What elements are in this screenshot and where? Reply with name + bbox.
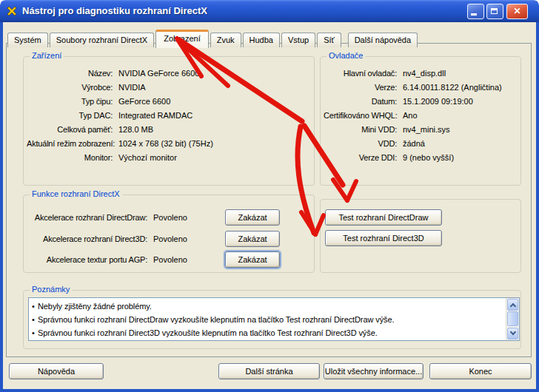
- device-row: Typ DAC:Integrated RAMDAC: [27, 108, 213, 122]
- bullet-icon: •: [29, 315, 38, 324]
- device-row-value: NVIDIA: [118, 83, 146, 92]
- next-page-button[interactable]: Další stránka: [218, 363, 320, 379]
- window-border-bottom: [0, 389, 539, 392]
- driver-row-value: Ano: [403, 111, 418, 120]
- feature-label: Akcelerace textur portu AGP:: [28, 255, 147, 264]
- tab-display[interactable]: Zobrazení: [155, 30, 209, 48]
- maximize-icon: [491, 8, 498, 14]
- driver-row-value: nv4_disp.dll: [403, 69, 446, 78]
- driver-row-label: Hlavní ovladač:: [324, 69, 397, 78]
- drivers-groupbox: Ovladače Hlavní ovladač:nv4_disp.dll Ver…: [320, 56, 521, 186]
- drivers-rows: Hlavní ovladač:nv4_disp.dll Verze:6.14.0…: [324, 66, 502, 164]
- device-row-label: Název:: [27, 69, 113, 78]
- titlebar: Nástroj pro diagnostiku rozhraní DirectX…: [0, 0, 539, 22]
- device-row-label: Monitor:: [27, 153, 113, 162]
- driver-row-value: žádná: [403, 139, 425, 148]
- scroll-thumb[interactable]: [507, 311, 518, 326]
- note-item: •Správnou funkci rozhraní Direct3D vyzko…: [29, 326, 519, 339]
- directx-features-title: Funkce rozhraní DirectX: [30, 189, 122, 198]
- device-row: Typ čipu:GeForce 6600: [27, 94, 213, 108]
- driver-row-label: Verze DDI:: [324, 153, 397, 162]
- feature-label: Akcelerace rozhraní Direct3D:: [28, 234, 147, 243]
- driver-row-label: Verze:: [324, 83, 397, 92]
- note-item: •Nebyly zjištěny žádné problémy.: [29, 300, 519, 313]
- tab-more-help[interactable]: Další nápověda: [348, 33, 418, 47]
- feature-row-agp: Akcelerace textur portu AGP: Povoleno Za…: [28, 251, 280, 268]
- feature-status: Povoleno: [153, 255, 187, 264]
- feature-status: Povoleno: [153, 234, 187, 243]
- bullet-icon: •: [29, 302, 38, 311]
- tab-strip: Systém Soubory rozhraní DirectX Zobrazen…: [7, 30, 418, 47]
- note-item: •Správnou funkci rozhraní DirectDraw vyz…: [29, 313, 519, 326]
- driver-row: Mini VDD:nv4_mini.sys: [324, 122, 502, 136]
- chevron-down-icon: [510, 329, 516, 335]
- notes-scrollbar[interactable]: [506, 298, 519, 340]
- driver-row-value: 15.1.2009 09:19:00: [403, 97, 473, 106]
- scroll-up-button[interactable]: [507, 299, 518, 311]
- driver-row-label: Mini VDD:: [324, 125, 397, 134]
- minimize-button[interactable]: [467, 4, 484, 19]
- device-row-label: Typ DAC:: [27, 111, 113, 120]
- window-title: Nástroj pro diagnostiku rozhraní DirectX: [22, 0, 207, 22]
- notes-groupbox-title: Poznámky: [30, 285, 72, 294]
- device-row: Aktuální režim zobrazení:1024 x 768 (32 …: [27, 136, 213, 150]
- device-groupbox: Zařízení Název:NVIDIA GeForce 6600 Výrob…: [23, 56, 315, 186]
- display-tab-page: Zařízení Název:NVIDIA GeForce 6600 Výrob…: [6, 43, 532, 357]
- device-row-value: 1024 x 768 (32 bit) (75Hz): [118, 139, 213, 148]
- dxdiag-window: Nástroj pro diagnostiku rozhraní DirectX…: [0, 0, 539, 392]
- device-row: Monitor:Výchozí monitor: [27, 150, 213, 164]
- notes-list: •Nebyly zjištěny žádné problémy. •Správn…: [28, 297, 520, 341]
- driver-row-value: 6.14.0011.8122 (Angličtina): [403, 83, 502, 92]
- disable-directdraw-button[interactable]: Zakázat: [225, 209, 280, 226]
- tab-input[interactable]: Vstup: [281, 33, 315, 47]
- driver-row-label: VDD:: [324, 139, 397, 148]
- driver-row: Datum:15.1.2009 09:19:00: [324, 94, 502, 108]
- device-row-value: Výchozí monitor: [118, 153, 177, 162]
- drivers-groupbox-title: Ovladače: [327, 51, 365, 60]
- driver-row: Hlavní ovladač:nv4_disp.dll: [324, 66, 502, 80]
- test-direct3d-button[interactable]: Test rozhraní Direct3D: [325, 230, 442, 246]
- driver-row: VDD:žádná: [324, 136, 502, 150]
- exit-button[interactable]: Konec: [429, 363, 532, 379]
- disable-agp-button[interactable]: Zakázat: [225, 251, 280, 268]
- device-row: Celková paměť:128.0 MB: [27, 122, 213, 136]
- device-rows: Název:NVIDIA GeForce 6600 Výrobce:NVIDIA…: [27, 66, 213, 164]
- driver-row-value: 9 (nebo vyšší): [403, 153, 454, 162]
- help-button[interactable]: Nápověda: [9, 363, 104, 379]
- device-row-label: Aktuální režim zobrazení:: [27, 139, 113, 148]
- maximize-button[interactable]: [486, 4, 503, 19]
- test-directdraw-button[interactable]: Test rozhraní DirectDraw: [325, 209, 442, 226]
- device-row-value: 128.0 MB: [118, 125, 153, 134]
- tab-music[interactable]: Hudba: [243, 33, 280, 47]
- device-row-value: GeForce 6600: [118, 97, 170, 106]
- window-border-right: [536, 22, 539, 389]
- tab-directx-files[interactable]: Soubory rozhraní DirectX: [50, 33, 155, 47]
- driver-row: Verze:6.14.0011.8122 (Angličtina): [324, 80, 502, 94]
- feature-row-direct3d: Akcelerace rozhraní Direct3D: Povoleno Z…: [28, 231, 280, 247]
- driver-row: Verze DDI:9 (nebo vyšší): [324, 150, 502, 164]
- bullet-icon: •: [29, 328, 38, 337]
- notes-groupbox: Poznámky •Nebyly zjištěny žádné problémy…: [23, 290, 521, 349]
- feature-label: Akcelerace rozhraní DirectDraw:: [28, 213, 147, 222]
- close-button[interactable]: ✕: [506, 4, 528, 19]
- driver-row: Certifikováno WHQL:Ano: [324, 108, 502, 122]
- device-groupbox-title: Zařízení: [30, 51, 64, 60]
- chevron-up-icon: [510, 303, 516, 309]
- device-row: Název:NVIDIA GeForce 6600: [27, 66, 213, 80]
- test-buttons-groupbox: Test rozhraní DirectDraw Test rozhraní D…: [320, 199, 521, 273]
- minimize-icon: [471, 13, 477, 16]
- scroll-down-button[interactable]: [507, 328, 518, 339]
- device-row-label: Výrobce:: [27, 83, 113, 92]
- driver-row-label: Certifikováno WHQL:: [324, 111, 397, 120]
- device-row-value: Integrated RAMDAC: [118, 111, 192, 120]
- disable-direct3d-button[interactable]: Zakázat: [225, 231, 280, 247]
- tab-system[interactable]: Systém: [7, 33, 48, 47]
- tab-network[interactable]: Síť: [317, 33, 341, 47]
- driver-row-label: Datum:: [324, 97, 397, 106]
- feature-status: Povoleno: [153, 213, 187, 222]
- save-all-information-button[interactable]: Uložit všechny informace...: [324, 363, 424, 379]
- device-row-label: Celková paměť:: [27, 125, 113, 134]
- dxdiag-app-icon: [6, 5, 18, 17]
- tab-sound[interactable]: Zvuk: [210, 33, 241, 47]
- directx-features-groupbox: Funkce rozhraní DirectX Akcelerace rozhr…: [23, 195, 315, 273]
